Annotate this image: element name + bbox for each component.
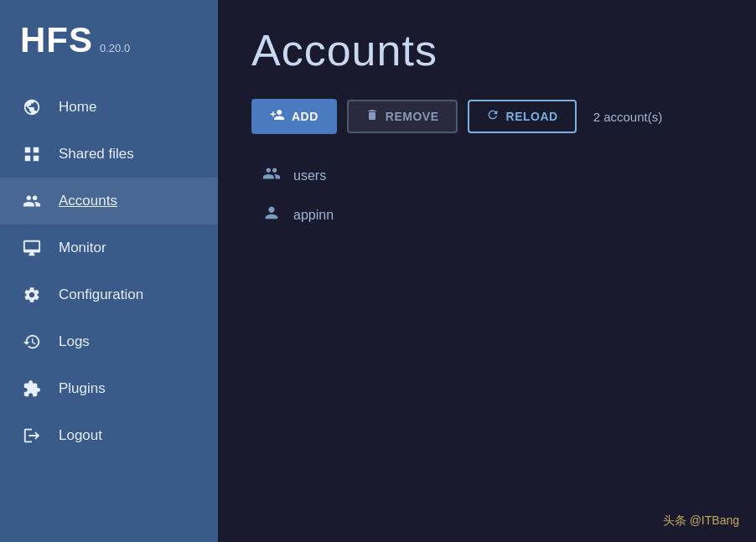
sidebar-item-label-home: Home bbox=[59, 99, 96, 116]
reload-button[interactable]: RELOAD bbox=[468, 100, 577, 133]
sidebar-item-shared-files[interactable]: Shared files bbox=[0, 131, 218, 178]
add-button[interactable]: ADD bbox=[251, 99, 337, 134]
sidebar-item-logs[interactable]: Logs bbox=[0, 318, 218, 365]
app-version: 0.20.0 bbox=[100, 42, 130, 54]
logout-icon bbox=[20, 424, 44, 447]
clock-icon bbox=[20, 330, 44, 354]
sidebar-item-label-configuration: Configuration bbox=[59, 286, 143, 303]
sidebar-item-home[interactable]: Home bbox=[0, 84, 218, 131]
sidebar-item-label-monitor: Monitor bbox=[59, 240, 106, 256]
account-item-appinn[interactable]: appinn bbox=[251, 197, 722, 233]
reload-icon bbox=[486, 108, 500, 125]
sidebar-item-label-logs: Logs bbox=[59, 333, 90, 350]
add-button-label: ADD bbox=[292, 110, 318, 123]
remove-button[interactable]: REMOVE bbox=[347, 100, 458, 133]
main-content: Accounts ADD REMOVE RE bbox=[218, 0, 756, 542]
sidebar-item-label-plugins: Plugins bbox=[59, 380, 106, 397]
sidebar-item-label-accounts: Accounts bbox=[59, 193, 117, 209]
globe-icon bbox=[20, 95, 44, 119]
logo: HFS 0.20.0 bbox=[0, 0, 218, 77]
app-name: HFS bbox=[20, 20, 93, 60]
sidebar: HFS 0.20.0 Home Shared files bbox=[0, 0, 218, 542]
sidebar-item-label-shared-files: Shared files bbox=[59, 146, 134, 163]
accounts-list: users appinn bbox=[251, 157, 722, 233]
puzzle-icon bbox=[20, 377, 44, 400]
grid-icon bbox=[20, 142, 44, 166]
sidebar-item-monitor[interactable]: Monitor bbox=[0, 225, 218, 271]
sidebar-item-plugins[interactable]: Plugins bbox=[0, 365, 218, 412]
account-item-users[interactable]: users bbox=[251, 157, 722, 194]
monitor-icon bbox=[20, 236, 44, 260]
sidebar-item-accounts[interactable]: Accounts bbox=[0, 178, 218, 225]
group-icon bbox=[261, 164, 282, 187]
toolbar: ADD REMOVE RELOAD 2 account(s) bbox=[251, 99, 722, 134]
trash-icon bbox=[365, 108, 379, 125]
sidebar-item-label-logout: Logout bbox=[59, 427, 102, 444]
nav-list: Home Shared files Accounts bbox=[0, 77, 218, 542]
sidebar-item-configuration[interactable]: Configuration bbox=[0, 271, 218, 318]
sidebar-item-logout[interactable]: Logout bbox=[0, 412, 218, 459]
remove-button-label: REMOVE bbox=[386, 110, 439, 123]
page-title: Accounts bbox=[251, 25, 722, 75]
account-count: 2 account(s) bbox=[593, 110, 663, 124]
account-name-users: users bbox=[293, 168, 326, 183]
users-icon bbox=[20, 189, 44, 213]
user-icon bbox=[261, 204, 282, 226]
watermark: 头条 @ITBang bbox=[663, 514, 739, 529]
add-user-icon bbox=[270, 107, 285, 126]
reload-button-label: RELOAD bbox=[506, 110, 558, 123]
account-name-appinn: appinn bbox=[293, 208, 334, 223]
gear-icon bbox=[20, 283, 44, 307]
